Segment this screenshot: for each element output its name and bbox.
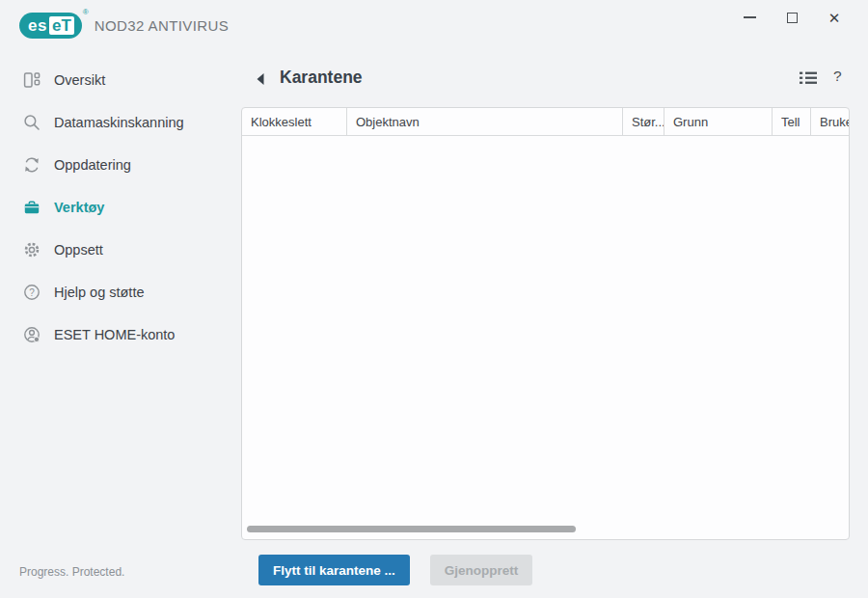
sidebar-item-oppdatering[interactable]: Oppdatering: [0, 144, 241, 186]
search-icon: [23, 114, 41, 131]
sidebar-item-eset-home-konto[interactable]: ESET HOME-konto: [0, 313, 241, 356]
account-icon: [23, 326, 41, 343]
svg-text:?: ?: [29, 287, 35, 298]
table-body-empty: [242, 136, 849, 539]
sidebar-item-hjelp[interactable]: ? Hjelp og støtte: [0, 271, 241, 313]
gear-icon: [23, 241, 41, 258]
eset-logo: es eT ®: [19, 13, 82, 39]
sidebar-item-verktoy[interactable]: Verktøy: [0, 186, 241, 229]
table-header-row: Klokkeslett Objektnavn Stør... Grunn Tel…: [242, 108, 849, 136]
column-header-tell[interactable]: Tell: [773, 108, 811, 135]
sidebar-item-label: Oppdatering: [54, 157, 131, 173]
maximize-icon: [787, 13, 798, 23]
quarantine-table: Klokkeslett Objektnavn Stør... Grunn Tel…: [241, 107, 850, 540]
move-to-quarantine-button[interactable]: Flytt til karantene ...: [258, 555, 410, 585]
sidebar-item-datamaskinskanning[interactable]: Datamaskinskanning: [0, 101, 241, 144]
sidebar-item-label: Datamaskinskanning: [54, 115, 184, 130]
eset-logo-right: eT: [49, 16, 74, 35]
window-controls: ✕: [743, 9, 841, 26]
briefcase-icon: [23, 199, 41, 216]
list-view-button[interactable]: [799, 69, 820, 87]
help-circle-icon: ?: [23, 284, 41, 301]
eset-logo-left: es: [28, 17, 47, 34]
close-icon: ✕: [828, 11, 841, 25]
column-header-grunn[interactable]: Grunn: [665, 108, 773, 135]
close-button[interactable]: ✕: [827, 11, 841, 24]
sidebar-item-oppsett[interactable]: Oppsett: [0, 229, 241, 271]
column-header-objektnavn[interactable]: Objektnavn: [347, 108, 623, 135]
registered-mark: ®: [83, 8, 89, 16]
question-mark-icon: ?: [833, 68, 842, 84]
action-bar: Flytt til karantene ... Gjenopprett: [258, 555, 532, 585]
restore-button: Gjenopprett: [430, 555, 533, 585]
back-button[interactable]: [256, 72, 265, 86]
titlebar: es eT ® NOD32 ANTIVIRUS: [0, 0, 868, 50]
sidebar: Oversikt Datamaskinskanning Oppdatering …: [0, 59, 241, 356]
list-icon: [800, 72, 817, 84]
column-header-bruker[interactable]: Bruker: [811, 108, 849, 135]
sidebar-item-oversikt[interactable]: Oversikt: [0, 59, 241, 101]
sidebar-item-label: ESET HOME-konto: [54, 327, 175, 342]
refresh-icon: [23, 156, 41, 174]
minimize-icon: [744, 16, 756, 18]
sidebar-item-label: Oppsett: [54, 242, 103, 258]
minimize-button[interactable]: [743, 11, 756, 24]
sidebar-item-label: Hjelp og støtte: [54, 285, 145, 300]
status-slogan: Progress. Protected.: [19, 565, 124, 579]
back-arrow-icon: [258, 73, 264, 85]
column-header-storrelse[interactable]: Stør...: [623, 108, 665, 135]
dashboard-icon: [23, 71, 41, 89]
column-header-klokkeslett[interactable]: Klokkeslett: [242, 108, 347, 135]
maximize-button[interactable]: [785, 11, 799, 24]
sidebar-item-label: Verktøy: [54, 200, 104, 215]
help-button[interactable]: ?: [833, 68, 842, 85]
horizontal-scrollbar-thumb[interactable]: [247, 526, 576, 532]
page-title: Karantene: [280, 68, 363, 88]
product-title: NOD32 ANTIVIRUS: [95, 17, 229, 34]
sidebar-item-label: Oversikt: [54, 72, 105, 88]
